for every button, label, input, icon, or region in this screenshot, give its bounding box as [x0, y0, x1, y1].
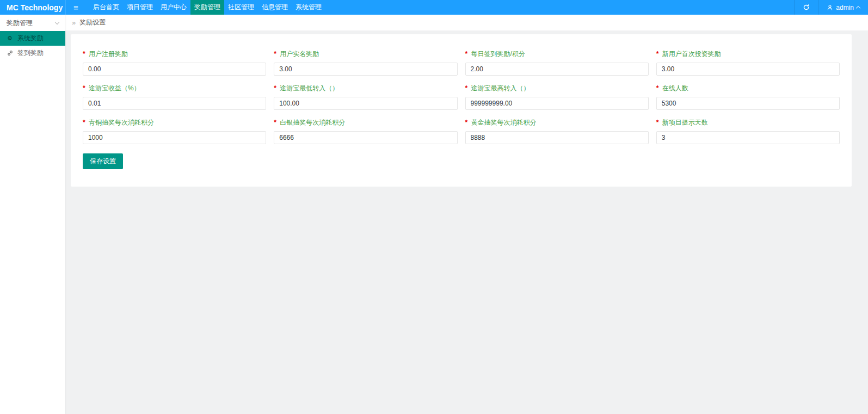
required-asterisk: *: [465, 119, 468, 126]
field-input[interactable]: [274, 97, 457, 110]
field-label-text: 白银抽奖每次消耗积分: [280, 119, 345, 126]
topbar-right: admin: [794, 0, 868, 15]
field-input[interactable]: [656, 131, 840, 144]
form-field: * 新项目提示天数: [656, 118, 840, 144]
user-menu[interactable]: admin: [818, 0, 868, 15]
required-asterisk: *: [465, 84, 468, 92]
field-label: * 黄金抽奖每次消耗积分: [465, 118, 649, 127]
field-input[interactable]: [83, 131, 266, 144]
field-label-text: 在线人数: [662, 84, 688, 92]
field-label: * 白银抽奖每次消耗积分: [274, 118, 457, 127]
field-input[interactable]: [465, 63, 649, 76]
sidebar-section-label: 奖励管理: [7, 18, 33, 28]
sidebar-item-label: 系统奖励: [17, 34, 44, 43]
settings-card: * 用户注册奖励 * 用户实名奖励 * 每日签到: [71, 34, 852, 187]
app-logo: MC Technology: [0, 0, 65, 15]
required-asterisk: *: [465, 50, 468, 58]
field-input[interactable]: [83, 63, 266, 76]
link-icon: [7, 50, 14, 56]
form-field: * 途游宝最低转入（）: [274, 84, 457, 110]
required-asterisk: *: [83, 50, 85, 58]
field-label: * 新用户首次投资奖励: [656, 50, 840, 59]
chevron-up-icon: [856, 6, 860, 10]
required-asterisk: *: [656, 84, 659, 92]
form-field: * 途游宝最高转入（）: [465, 84, 649, 110]
save-settings-button[interactable]: 保存设置: [83, 153, 123, 169]
field-input[interactable]: [465, 131, 649, 144]
field-input[interactable]: [274, 131, 457, 144]
required-asterisk: *: [83, 119, 85, 126]
required-asterisk: *: [274, 50, 276, 58]
field-label-text: 每日签到奖励/积分: [471, 50, 525, 58]
topbar-nav-item[interactable]: 项目管理: [123, 0, 157, 15]
field-label: * 用户实名奖励: [274, 50, 457, 59]
sidebar-item[interactable]: 签到奖励: [0, 46, 65, 60]
field-label: * 在线人数: [656, 84, 840, 93]
required-asterisk: *: [274, 84, 276, 92]
topbar: MC Technology ≡ 后台首页 项目管理 用户中心 奖励管理 社区管理…: [0, 0, 868, 15]
form-field: * 青铜抽奖每次消耗积分: [83, 118, 266, 144]
field-label: * 青铜抽奖每次消耗积分: [83, 118, 266, 127]
gear-icon: ⚙: [7, 35, 14, 42]
topbar-nav-item[interactable]: 系统管理: [292, 0, 325, 15]
topbar-nav-item[interactable]: 社区管理: [224, 0, 258, 15]
topbar-nav: 后台首页 项目管理 用户中心 奖励管理 社区管理 信息管理 系统管理: [89, 0, 325, 15]
form-field: * 黄金抽奖每次消耗积分: [465, 118, 649, 144]
sidebar-item[interactable]: ⚙ 系统奖励: [0, 31, 65, 46]
form-field: * 途游宝收益（%）: [83, 84, 266, 110]
field-label: * 每日签到奖励/积分: [465, 50, 649, 59]
field-label: * 途游宝最低转入（）: [274, 84, 457, 93]
field-input[interactable]: [465, 97, 649, 110]
field-label-text: 途游宝最低转入（）: [280, 84, 338, 92]
topbar-nav-item[interactable]: 后台首页: [89, 0, 123, 15]
field-label-text: 途游宝最高转入（）: [471, 84, 530, 92]
form-field: * 新用户首次投资奖励: [656, 50, 840, 76]
field-label: * 途游宝最高转入（）: [465, 84, 649, 93]
field-label-text: 用户实名奖励: [280, 50, 319, 58]
topbar-nav-item[interactable]: 用户中心: [157, 0, 190, 15]
refresh-icon: [803, 4, 810, 11]
field-label: * 用户注册奖励: [83, 50, 266, 59]
settings-form: * 用户注册奖励 * 用户实名奖励 * 每日签到: [83, 50, 840, 144]
form-field: * 用户注册奖励: [83, 50, 266, 76]
field-label: * 新项目提示天数: [656, 118, 840, 127]
topbar-nav-item[interactable]: 奖励管理: [190, 0, 224, 15]
breadcrumb: » 奖励设置: [65, 15, 868, 31]
form-field: * 用户实名奖励: [274, 50, 457, 76]
field-label-text: 黄金抽奖每次消耗积分: [471, 119, 537, 126]
breadcrumb-arrow-icon: »: [72, 18, 76, 27]
menu-toggle-button[interactable]: ≡: [65, 0, 86, 15]
sidebar: 奖励管理 ⚙ 系统奖励 签到奖励: [0, 15, 65, 414]
main-area: » 奖励设置 * 用户注册奖励 * 用户实名奖励: [65, 15, 868, 414]
form-field: * 白银抽奖每次消耗积分: [274, 118, 457, 144]
field-label-text: 新用户首次投资奖励: [662, 50, 721, 58]
field-input[interactable]: [83, 97, 266, 110]
sidebar-section-header[interactable]: 奖励管理: [0, 15, 65, 31]
required-asterisk: *: [274, 119, 276, 126]
chevron-down-icon: [55, 20, 59, 24]
field-label: * 途游宝收益（%）: [83, 84, 266, 93]
user-icon: [827, 4, 833, 11]
refresh-button[interactable]: [794, 0, 818, 15]
field-label-text: 用户注册奖励: [89, 50, 128, 58]
form-field: * 每日签到奖励/积分: [465, 50, 649, 76]
required-asterisk: *: [656, 119, 659, 126]
hamburger-icon: ≡: [73, 3, 78, 12]
topbar-nav-item[interactable]: 信息管理: [258, 0, 292, 15]
required-asterisk: *: [656, 50, 659, 58]
field-input[interactable]: [656, 97, 840, 110]
required-asterisk: *: [83, 84, 85, 92]
field-label-text: 青铜抽奖每次消耗积分: [89, 119, 154, 126]
sidebar-item-label: 签到奖励: [17, 48, 44, 58]
field-input[interactable]: [656, 63, 840, 76]
page-title: 奖励设置: [79, 18, 106, 27]
field-input[interactable]: [274, 63, 457, 76]
field-label-text: 途游宝收益（%）: [89, 84, 140, 92]
username: admin: [836, 4, 854, 11]
form-field: * 在线人数: [656, 84, 840, 110]
field-label-text: 新项目提示天数: [662, 119, 708, 126]
